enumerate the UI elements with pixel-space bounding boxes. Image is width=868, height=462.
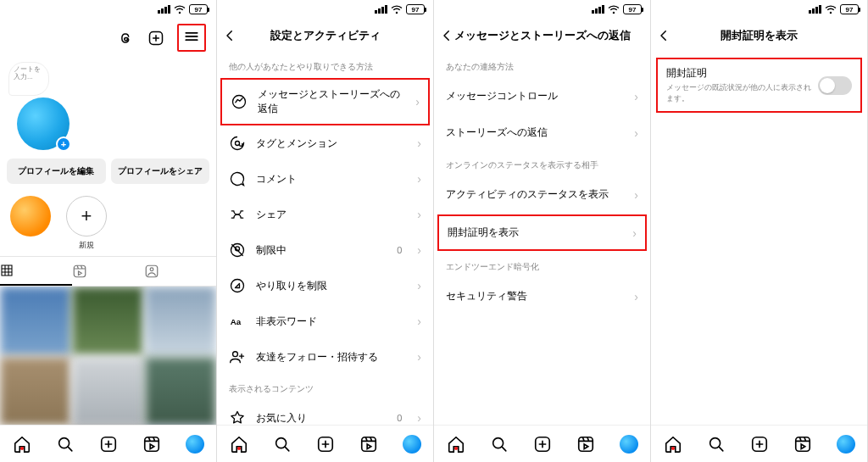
row-label: アクティビティのステータスを表示 bbox=[446, 187, 634, 202]
section-header: エンドツーエンド暗号化 bbox=[434, 253, 650, 278]
chevron-right-icon: › bbox=[417, 314, 421, 328]
settings-row[interactable]: シェア › bbox=[217, 197, 433, 232]
nav-search[interactable] bbox=[477, 435, 520, 454]
settings-row[interactable]: 開封証明を表示› bbox=[437, 214, 647, 251]
settings-row[interactable]: アクティビティのステータスを表示› bbox=[434, 176, 650, 213]
screen-settings: 97 設定とアクティビティ 他の人があなたとやり取りできる方法 メッセージとスト… bbox=[217, 0, 434, 462]
row-icon bbox=[229, 277, 246, 294]
battery-icon: 97 bbox=[623, 4, 642, 14]
hamburger-icon bbox=[182, 27, 201, 46]
back-button[interactable] bbox=[439, 28, 465, 43]
row-label: メッセージとストーリーズへの返信 bbox=[258, 87, 405, 116]
nav-profile[interactable] bbox=[173, 435, 216, 454]
menu-button-highlighted[interactable] bbox=[177, 24, 206, 52]
profile-tabs bbox=[0, 256, 216, 287]
row-icon bbox=[229, 206, 246, 223]
chevron-right-icon: › bbox=[417, 243, 421, 257]
chevron-right-icon: › bbox=[634, 90, 638, 103]
tab-reels[interactable] bbox=[72, 257, 144, 286]
nav-search[interactable] bbox=[260, 435, 303, 454]
row-label: タグとメンション bbox=[256, 136, 407, 151]
row-label: シェア bbox=[256, 208, 407, 222]
settings-row[interactable]: タグとメンション › bbox=[217, 125, 433, 161]
tab-tagged[interactable] bbox=[144, 257, 216, 286]
chevron-right-icon: › bbox=[415, 95, 420, 109]
settings-row[interactable]: メッセージコントロール› bbox=[434, 78, 650, 114]
chevron-right-icon: › bbox=[634, 290, 638, 303]
share-profile-button[interactable]: プロフィールをシェア bbox=[111, 159, 210, 184]
settings-list[interactable]: 他の人があなたとやり取りできる方法 メッセージとストーリーズへの返信 › タグと… bbox=[217, 53, 433, 425]
status-bar: 97 bbox=[217, 0, 433, 19]
nav-profile[interactable] bbox=[390, 435, 433, 454]
signal-icon bbox=[158, 5, 170, 14]
nav-home[interactable] bbox=[434, 435, 477, 454]
settings-list: 開封証明 メッセージの既読状況が他の人に表示されます。 bbox=[651, 53, 867, 425]
section-header: 他の人があなたとやり取りできる方法 bbox=[217, 53, 433, 78]
settings-row[interactable]: 友達をフォロー・招待する › bbox=[217, 339, 433, 375]
nav-profile[interactable] bbox=[824, 435, 867, 454]
nav-home[interactable] bbox=[217, 435, 260, 454]
profile-avatar[interactable]: + bbox=[17, 97, 70, 150]
page-title: 開封証明を表示 bbox=[651, 28, 867, 43]
settings-row[interactable]: 制限中 0 › bbox=[217, 232, 433, 268]
svg-point-7 bbox=[233, 96, 246, 109]
page-title: メッセージとストーリーズへの返信 bbox=[434, 28, 650, 43]
screen-messages-replies: 97 メッセージとストーリーズへの返信 あなたの連絡方法メッセージコントロール›… bbox=[434, 0, 651, 462]
nav-reels[interactable] bbox=[347, 435, 390, 454]
battery-icon: 97 bbox=[406, 4, 425, 14]
tab-grid[interactable] bbox=[0, 257, 72, 286]
header: 開封証明を表示 bbox=[651, 19, 867, 53]
settings-row[interactable]: やり取りを制限 › bbox=[217, 268, 433, 303]
nav-create[interactable] bbox=[86, 435, 130, 454]
nav-home[interactable] bbox=[651, 435, 694, 454]
battery-icon: 97 bbox=[189, 4, 208, 14]
settings-row[interactable]: コメント › bbox=[217, 161, 433, 197]
nav-create[interactable] bbox=[737, 435, 781, 454]
wifi-icon bbox=[608, 5, 620, 14]
nav-create[interactable] bbox=[520, 435, 564, 454]
row-label: ストーリーズへの返信 bbox=[446, 125, 634, 140]
settings-list[interactable]: あなたの連絡方法メッセージコントロール›ストーリーズへの返信›オンラインのステー… bbox=[434, 53, 650, 425]
avatar-add-icon[interactable]: + bbox=[56, 136, 71, 152]
posts-grid[interactable] bbox=[0, 287, 216, 425]
nav-reels[interactable] bbox=[564, 435, 607, 454]
settings-row[interactable]: メッセージとストーリーズへの返信 › bbox=[220, 78, 430, 125]
back-button[interactable] bbox=[222, 28, 248, 43]
nav-profile[interactable] bbox=[607, 435, 650, 454]
settings-row[interactable]: ストーリーズへの返信› bbox=[434, 114, 650, 151]
nav-create[interactable] bbox=[303, 435, 347, 454]
story-new-button[interactable]: + bbox=[66, 196, 107, 237]
read-receipts-toggle[interactable] bbox=[818, 76, 852, 95]
section-header: 表示されるコンテンツ bbox=[217, 375, 433, 400]
row-label: コメント bbox=[256, 172, 407, 186]
nav-home[interactable] bbox=[0, 435, 43, 454]
chevron-right-icon: › bbox=[634, 188, 638, 202]
story-highlight[interactable] bbox=[10, 196, 51, 237]
nav-search[interactable] bbox=[694, 435, 737, 454]
read-receipts-toggle-row-highlighted: 開封証明 メッセージの既読状況が他の人に表示されます。 bbox=[656, 58, 862, 113]
chevron-right-icon: › bbox=[417, 279, 421, 292]
settings-row[interactable]: お気に入り 0 › bbox=[217, 400, 433, 425]
row-label: メッセージコントロール bbox=[446, 89, 634, 103]
wifi-icon bbox=[391, 5, 403, 14]
row-label: 制限中 bbox=[256, 243, 387, 258]
svg-rect-6 bbox=[144, 437, 159, 451]
wifi-icon bbox=[825, 5, 837, 14]
bottom-nav bbox=[434, 425, 650, 462]
svg-point-12 bbox=[233, 352, 238, 357]
threads-icon[interactable] bbox=[116, 29, 135, 47]
row-icon bbox=[229, 170, 246, 187]
bottom-nav bbox=[651, 425, 867, 462]
edit-profile-button[interactable]: プロフィールを編集 bbox=[7, 159, 106, 184]
settings-row[interactable]: Aa 非表示ワード › bbox=[217, 303, 433, 339]
toggle-subtitle: メッセージの既読状況が他の人に表示されます。 bbox=[666, 82, 811, 104]
back-button[interactable] bbox=[656, 28, 682, 43]
page-title: 設定とアクティビティ bbox=[217, 28, 433, 43]
create-icon[interactable] bbox=[147, 29, 165, 47]
nav-reels[interactable] bbox=[130, 435, 173, 454]
nav-reels[interactable] bbox=[781, 435, 824, 454]
nav-search[interactable] bbox=[43, 435, 86, 454]
row-label: 友達をフォロー・招待する bbox=[256, 350, 407, 365]
settings-row[interactable]: セキュリティ警告› bbox=[434, 278, 650, 314]
note-bubble[interactable]: ノートを入力... bbox=[8, 62, 49, 96]
